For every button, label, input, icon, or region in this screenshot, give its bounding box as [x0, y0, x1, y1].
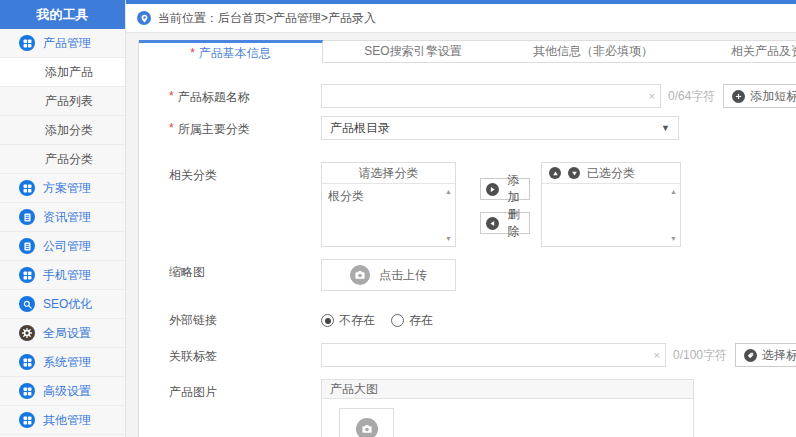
- radio-exist[interactable]: 存在: [391, 312, 433, 329]
- tab-other-info[interactable]: 其他信息（非必填项）: [503, 40, 683, 63]
- thumbnail-label: 缩略图: [169, 259, 321, 281]
- selected-categories-header: 已选分类: [542, 163, 680, 184]
- product-image-upload-tile[interactable]: 点击上传: [339, 408, 394, 437]
- scroll-up-icon[interactable]: ▲: [670, 188, 677, 195]
- sidebar-item-label: 产品分类: [45, 151, 93, 168]
- selected-categories-listbox: 已选分类 ▲ ▼: [541, 162, 681, 247]
- sidebar-item-news-management[interactable]: 资讯管理: [0, 203, 125, 232]
- arrow-left-icon: [486, 217, 499, 230]
- sidebar-item-system-management[interactable]: 系统管理: [0, 348, 125, 377]
- reorder-buttons: [549, 167, 580, 179]
- scroll-down-icon[interactable]: ▼: [670, 235, 677, 242]
- sidebar-item-label: 添加分类: [45, 122, 93, 139]
- add-short-title-button[interactable]: 添加短标题: [723, 84, 796, 108]
- sidebar-item-add-category[interactable]: 添加分类: [0, 116, 125, 145]
- product-images-panel-header: 产品大图: [322, 380, 693, 399]
- selected-option: 产品根目录: [330, 120, 390, 137]
- sidebar-item-global-settings[interactable]: 全局设置: [0, 319, 125, 348]
- sidebar-item-advanced-settings[interactable]: 高级设置: [0, 377, 125, 406]
- transfer-buttons: 添加 删除: [480, 178, 530, 234]
- form-body: * 产品标题名称 × 0/64字符 添加短标题: [139, 63, 796, 437]
- product-title-input[interactable]: [321, 84, 661, 108]
- sidebar-item-product-category[interactable]: 产品分类: [0, 145, 125, 174]
- sidebar-item-company-management[interactable]: 公司管理: [0, 232, 125, 261]
- sidebar-item-label: 产品列表: [45, 93, 93, 110]
- grid-icon: [19, 267, 35, 283]
- plus-icon: [732, 90, 745, 103]
- main-category-label: * 所属主要分类: [169, 116, 321, 138]
- product-images-panel: 产品大图 点击上传: [321, 379, 694, 437]
- scroll-up-icon[interactable]: ▲: [445, 188, 452, 195]
- tab-label: 产品基本信息: [199, 45, 271, 62]
- sidebar-item-solution-management[interactable]: 方案管理: [0, 174, 125, 203]
- main-category-select[interactable]: 产品根目录 ▼: [321, 116, 679, 140]
- radio-unselected-icon: [391, 314, 404, 327]
- sidebar-item-label: 资讯管理: [43, 209, 91, 226]
- sidebar-item-label: 其他管理: [43, 412, 91, 429]
- sidebar-item-add-product[interactable]: 添加产品: [0, 58, 125, 87]
- sidebar-item-label: 添加产品: [45, 64, 93, 81]
- camera-upload-icon: [350, 265, 370, 285]
- tab-label: 其他信息（非必填项）: [533, 43, 653, 60]
- add-category-button[interactable]: 添加: [480, 178, 530, 200]
- sidebar-item-label: 手机管理: [43, 267, 91, 284]
- grid-icon: [19, 180, 35, 196]
- available-categories-header: 请选择分类: [322, 163, 455, 184]
- sidebar-item-label: 全局设置: [43, 325, 91, 342]
- tags-label: 关联标签: [169, 343, 321, 365]
- search-icon: [19, 296, 35, 312]
- sidebar-item-product-management[interactable]: 产品管理: [0, 29, 125, 58]
- select-tags-button[interactable]: 选择标签: [735, 343, 796, 367]
- breadcrumb: 当前位置：后台首页>产品管理>产品录入: [126, 4, 796, 33]
- sidebar-item-label: SEO优化: [43, 296, 92, 313]
- sidebar-item-other-management[interactable]: 其他管理: [0, 406, 125, 435]
- external-link-options: 不存在 存在: [321, 307, 433, 329]
- scroll-down-icon[interactable]: ▼: [445, 235, 452, 242]
- sidebar: 我的工具 产品管理 添加产品 产品列表 添加分类 产品分类 方案管理 资讯管理 …: [0, 0, 126, 437]
- tag-icon: [744, 349, 757, 362]
- field-row-external-link: 外部链接 不存在 存在: [169, 307, 796, 329]
- tab-basic-info[interactable]: * 产品基本信息: [139, 40, 323, 63]
- tags-char-counter: 0/100字符: [673, 347, 727, 364]
- related-category-label: 相关分类: [169, 162, 321, 184]
- clear-icon[interactable]: ×: [654, 350, 660, 361]
- sidebar-item-label: 方案管理: [43, 180, 91, 197]
- grid-icon: [19, 354, 35, 370]
- arrow-right-icon: [486, 183, 499, 196]
- field-row-thumbnail: 缩略图 点击上传: [169, 259, 796, 291]
- selected-categories-list[interactable]: ▲ ▼: [542, 184, 680, 246]
- tab-label: SEO搜索引擎设置: [364, 43, 461, 60]
- field-row-product-images: 产品图片 产品大图 点击上传: [169, 379, 796, 437]
- tab-seo-settings[interactable]: SEO搜索引擎设置: [323, 40, 503, 63]
- sidebar-item-seo[interactable]: SEO优化: [0, 290, 125, 319]
- field-row-related-category: 相关分类 请选择分类 根分类 ▲ ▼ 添加: [169, 162, 796, 247]
- document-icon: [19, 238, 35, 254]
- gear-icon: [19, 325, 35, 341]
- product-images-panel-body: 点击上传: [322, 399, 693, 437]
- list-item[interactable]: 根分类: [328, 188, 439, 205]
- grid-icon: [19, 35, 35, 51]
- sidebar-item-label: 高级设置: [43, 383, 91, 400]
- available-categories-list[interactable]: 根分类 ▲ ▼: [322, 184, 455, 246]
- remove-category-button[interactable]: 删除: [480, 212, 530, 234]
- grid-icon: [19, 383, 35, 399]
- external-link-label: 外部链接: [169, 307, 321, 329]
- required-asterisk: *: [190, 46, 195, 60]
- thumbnail-upload-button[interactable]: 点击上传: [321, 259, 456, 291]
- clear-icon[interactable]: ×: [649, 91, 655, 102]
- tags-input[interactable]: [321, 343, 666, 367]
- sidebar-item-label: 公司管理: [43, 238, 91, 255]
- sidebar-item-mobile-management[interactable]: 手机管理: [0, 261, 125, 290]
- content-area: * 产品基本信息 SEO搜索引擎设置 其他信息（非必填项） 相关产品及资讯 * …: [126, 33, 796, 437]
- sidebar-item-product-list[interactable]: 产品列表: [0, 87, 125, 116]
- move-up-icon[interactable]: [549, 167, 561, 179]
- move-down-icon[interactable]: [568, 167, 580, 179]
- location-pin-icon: [137, 11, 151, 25]
- chevron-down-icon: ▼: [661, 123, 670, 133]
- product-title-label: * 产品标题名称: [169, 84, 321, 106]
- sidebar-title: 我的工具: [0, 0, 125, 29]
- tab-related-products[interactable]: 相关产品及资讯: [683, 40, 796, 63]
- radio-not-exist[interactable]: 不存在: [321, 312, 375, 329]
- product-images-label: 产品图片: [169, 379, 321, 401]
- form-card: * 产品基本信息 SEO搜索引擎设置 其他信息（非必填项） 相关产品及资讯 * …: [138, 40, 796, 437]
